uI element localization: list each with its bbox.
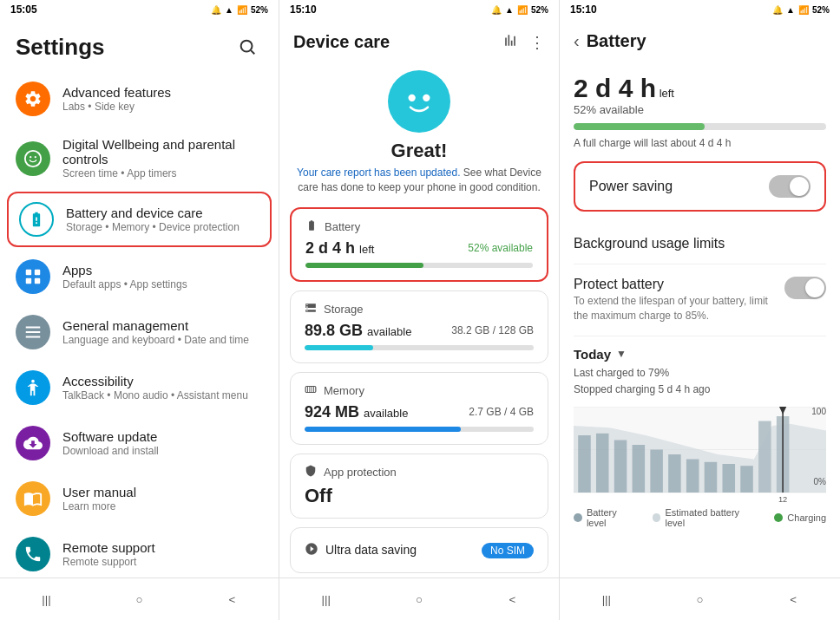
- power-saving-label: Power saving: [589, 179, 673, 194]
- manual-text: User manual Learn more: [62, 485, 136, 512]
- svg-point-3: [30, 156, 31, 158]
- ultra-data-icon: [305, 542, 318, 558]
- nav-home-2[interactable]: ○: [404, 587, 435, 611]
- battery-main-progress: [574, 123, 826, 130]
- notif-icon-2: 🔔: [491, 5, 502, 15]
- accessibility-title: Accessibility: [62, 374, 248, 388]
- today-label: Today: [574, 347, 611, 362]
- app-protection-card[interactable]: App protection Off: [290, 454, 548, 519]
- memory-card-icon: [305, 383, 317, 398]
- memory-progress: [305, 427, 534, 432]
- stopped-charging: Stopped charging 5 d 4 h ago: [574, 382, 826, 398]
- wifi-icon-3: ▲: [786, 5, 795, 15]
- battery-progress-fill: [305, 263, 423, 268]
- settings-item-remote[interactable]: Remote support Remote support: [0, 526, 279, 578]
- care-description: Your care report has been updated. See w…: [297, 166, 541, 195]
- battery-content: 2 d 4 h left 52% available A full charge…: [560, 60, 840, 578]
- battery-progress: [305, 263, 533, 268]
- battery-care-subtitle: Storage • Memory • Device protection: [66, 221, 240, 233]
- ultra-data-card[interactable]: Ultra data saving No SIM: [290, 527, 548, 573]
- status-bar-3: 15:10 🔔 ▲ 📶 52%: [560, 0, 840, 19]
- power-saving-toggle[interactable]: [769, 175, 810, 198]
- advanced-text: Advanced features Labs • Side key: [62, 85, 171, 113]
- nav-back-3[interactable]: <: [778, 587, 809, 611]
- power-saving-section[interactable]: Power saving: [574, 161, 826, 212]
- storage-card-row: 89.8 GB available 38.2 GB / 128 GB: [305, 322, 534, 340]
- settings-item-apps[interactable]: Apps Default apps • App settings: [0, 249, 279, 304]
- remote-icon: [16, 537, 50, 571]
- nav-home-3[interactable]: ○: [684, 587, 715, 611]
- bottom-nav-2: ||| ○ <: [279, 578, 559, 620]
- battery-care-title: Battery and device care: [66, 206, 240, 220]
- wellbeing-text: Digital Wellbeing and parental controls …: [62, 137, 263, 179]
- settings-item-software[interactable]: Software update Download and install: [0, 415, 279, 471]
- legend-dot-estimated: [653, 513, 661, 522]
- nav-recents-1[interactable]: |||: [31, 587, 62, 611]
- battery-screen-header: ‹ Battery: [560, 19, 840, 60]
- svg-rect-26: [633, 445, 646, 493]
- battery-back-btn[interactable]: ‹: [574, 31, 580, 51]
- background-limits-link[interactable]: Background usage limits: [574, 224, 826, 264]
- remote-text: Remote support Remote support: [62, 540, 155, 568]
- search-button[interactable]: [232, 31, 263, 62]
- svg-text:12: 12: [778, 494, 787, 502]
- settings-item-accessibility[interactable]: Accessibility TalkBack • Mono audio • As…: [0, 360, 279, 415]
- battery-card-icon: [305, 219, 318, 234]
- manual-title: User manual: [62, 485, 136, 499]
- device-care-panel: 15:10 🔔 ▲ 📶 52% Device care ⋮ Great!: [279, 0, 560, 620]
- app-protection-icon: [305, 465, 317, 480]
- care-emoji: [388, 70, 450, 133]
- nav-recents-3[interactable]: |||: [591, 587, 622, 611]
- storage-progress: [305, 345, 534, 350]
- svg-point-4: [35, 156, 36, 158]
- time-3: 15:10: [570, 3, 597, 16]
- bottom-nav-1: ||| ○ <: [0, 578, 279, 620]
- nav-back-2[interactable]: <: [496, 587, 528, 611]
- svg-point-0: [241, 41, 253, 52]
- device-care-header: Device care ⋮: [279, 19, 559, 62]
- today-row[interactable]: Today ▼: [574, 336, 826, 365]
- battery-icon-3: 52%: [812, 5, 830, 15]
- battery-care-text: Battery and device care Storage • Memory…: [66, 206, 240, 233]
- battery-main-fill: [574, 123, 705, 130]
- remote-subtitle: Remote support: [62, 556, 155, 568]
- software-text: Software update Download and install: [62, 429, 159, 457]
- apps-icon: [16, 259, 50, 294]
- settings-item-battery[interactable]: Battery and device care Storage • Memory…: [7, 192, 272, 247]
- settings-panel: 15:05 🔔 ▲ 📶 52% Settings Advanced featur…: [0, 0, 279, 620]
- storage-card[interactable]: Storage 89.8 GB available 38.2 GB / 128 …: [290, 290, 548, 363]
- nav-home-1[interactable]: ○: [124, 587, 155, 611]
- protect-battery-toggle[interactable]: [784, 277, 826, 299]
- settings-item-manual[interactable]: User manual Learn more: [0, 471, 279, 526]
- storage-card-icon: [305, 302, 317, 317]
- settings-item-advanced[interactable]: Advanced features Labs • Side key: [0, 71, 279, 127]
- notif-icon: 🔔: [211, 5, 221, 15]
- status-bar-1: 15:05 🔔 ▲ 📶 52%: [0, 0, 279, 19]
- chart-icon-btn[interactable]: [502, 31, 519, 53]
- care-cards: Battery 2 d 4 h left 52% available Stora…: [279, 202, 559, 578]
- more-options-btn[interactable]: ⋮: [529, 33, 545, 52]
- svg-rect-28: [668, 454, 681, 493]
- nav-back-1[interactable]: <: [217, 587, 248, 611]
- wellbeing-title: Digital Wellbeing and parental controls: [62, 137, 263, 166]
- nav-recents-2[interactable]: |||: [311, 587, 342, 611]
- memory-card[interactable]: Memory 924 MB available 2.7 GB / 4 GB: [290, 372, 548, 445]
- software-icon: [16, 426, 50, 460]
- battery-care-icon: [19, 202, 54, 237]
- settings-header: Settings: [0, 19, 279, 71]
- settings-title: Settings: [16, 34, 105, 61]
- svg-line-1: [251, 50, 254, 54]
- battery-card-label: Battery: [325, 220, 360, 233]
- battery-card[interactable]: Battery 2 d 4 h left 52% available: [290, 207, 548, 282]
- storage-card-label: Storage: [324, 303, 364, 316]
- care-hero: Great! Your care report has been updated…: [279, 62, 559, 202]
- settings-item-general[interactable]: General management Language and keyboard…: [0, 304, 279, 360]
- protect-battery-section: Protect battery To extend the lifespan o…: [574, 264, 826, 336]
- svg-rect-25: [614, 440, 627, 493]
- battery-icon-2: 52%: [531, 5, 548, 15]
- accessibility-text: Accessibility TalkBack • Mono audio • As…: [62, 374, 248, 401]
- accessibility-subtitle: TalkBack • Mono audio • Assistant menu: [62, 389, 248, 401]
- manual-subtitle: Learn more: [62, 500, 136, 512]
- accessibility-icon: [16, 370, 50, 405]
- settings-item-wellbeing[interactable]: Digital Wellbeing and parental controls …: [0, 127, 279, 190]
